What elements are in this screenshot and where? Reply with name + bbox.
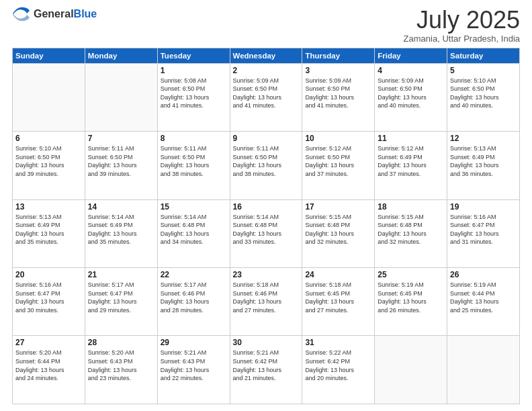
calendar-cell: 7Sunrise: 5:11 AMSunset: 6:50 PMDaylight… <box>85 132 157 199</box>
day-info: Sunrise: 5:09 AMSunset: 6:50 PMDaylight:… <box>305 77 371 110</box>
logo-icon <box>12 7 31 21</box>
logo-text: GeneralBlue <box>34 8 97 20</box>
calendar-cell <box>85 63 157 131</box>
calendar-cell: 9Sunrise: 5:11 AMSunset: 6:50 PMDaylight… <box>230 132 302 199</box>
day-info: Sunrise: 5:14 AMSunset: 6:48 PMDaylight:… <box>233 213 300 246</box>
subtitle: Zamania, Uttar Pradesh, India <box>404 34 520 44</box>
day-info: Sunrise: 5:15 AMSunset: 6:48 PMDaylight:… <box>305 213 371 246</box>
calendar-cell: 18Sunrise: 5:15 AMSunset: 6:48 PMDayligh… <box>375 199 447 267</box>
day-number: 15 <box>161 202 227 212</box>
day-number: 27 <box>15 338 82 347</box>
calendar-week-1: 6Sunrise: 5:10 AMSunset: 6:50 PMDaylight… <box>13 132 520 199</box>
day-info: Sunrise: 5:19 AMSunset: 6:44 PMDaylight:… <box>450 281 517 314</box>
day-info: Sunrise: 5:17 AMSunset: 6:47 PMDaylight:… <box>88 281 154 314</box>
calendar-cell: 1Sunrise: 5:08 AMSunset: 6:50 PMDaylight… <box>157 63 230 131</box>
calendar-cell <box>375 336 447 404</box>
day-number: 16 <box>233 202 300 212</box>
day-number: 9 <box>233 134 300 143</box>
calendar-cell: 24Sunrise: 5:18 AMSunset: 6:45 PMDayligh… <box>302 268 375 336</box>
day-number: 7 <box>88 134 154 143</box>
day-number: 28 <box>88 338 154 347</box>
calendar-cell: 8Sunrise: 5:11 AMSunset: 6:50 PMDaylight… <box>157 132 230 199</box>
day-number: 22 <box>161 270 227 279</box>
calendar-cell: 26Sunrise: 5:19 AMSunset: 6:44 PMDayligh… <box>447 268 520 336</box>
day-number: 12 <box>450 134 517 143</box>
day-number: 23 <box>233 270 300 279</box>
day-number: 4 <box>378 66 444 75</box>
calendar-cell: 10Sunrise: 5:12 AMSunset: 6:50 PMDayligh… <box>302 132 375 199</box>
day-info: Sunrise: 5:16 AMSunset: 6:47 PMDaylight:… <box>15 281 82 314</box>
calendar-cell: 27Sunrise: 5:20 AMSunset: 6:44 PMDayligh… <box>13 336 85 404</box>
calendar-cell: 11Sunrise: 5:12 AMSunset: 6:49 PMDayligh… <box>375 132 447 199</box>
day-info: Sunrise: 5:09 AMSunset: 6:50 PMDaylight:… <box>233 77 300 110</box>
day-info: Sunrise: 5:14 AMSunset: 6:49 PMDaylight:… <box>88 213 154 246</box>
calendar-cell: 3Sunrise: 5:09 AMSunset: 6:50 PMDaylight… <box>302 63 375 131</box>
day-info: Sunrise: 5:10 AMSunset: 6:50 PMDaylight:… <box>15 144 82 178</box>
day-info: Sunrise: 5:09 AMSunset: 6:50 PMDaylight:… <box>378 77 444 110</box>
calendar-cell: 2Sunrise: 5:09 AMSunset: 6:50 PMDaylight… <box>230 63 302 131</box>
day-info: Sunrise: 5:18 AMSunset: 6:46 PMDaylight:… <box>233 281 300 314</box>
col-friday: Friday <box>375 48 447 63</box>
col-saturday: Saturday <box>447 48 520 63</box>
day-info: Sunrise: 5:13 AMSunset: 6:49 PMDaylight:… <box>450 144 517 178</box>
day-number: 20 <box>15 270 82 279</box>
calendar-cell: 19Sunrise: 5:16 AMSunset: 6:47 PMDayligh… <box>447 199 520 267</box>
calendar-cell: 5Sunrise: 5:10 AMSunset: 6:50 PMDaylight… <box>447 63 520 131</box>
calendar-cell: 16Sunrise: 5:14 AMSunset: 6:48 PMDayligh… <box>230 199 302 267</box>
day-info: Sunrise: 5:15 AMSunset: 6:48 PMDaylight:… <box>378 213 444 246</box>
day-info: Sunrise: 5:10 AMSunset: 6:50 PMDaylight:… <box>450 77 517 110</box>
calendar-cell <box>447 336 520 404</box>
header-row: Sunday Monday Tuesday Wednesday Thursday… <box>13 48 520 63</box>
calendar-cell: 30Sunrise: 5:21 AMSunset: 6:42 PMDayligh… <box>230 336 302 404</box>
calendar-cell: 4Sunrise: 5:09 AMSunset: 6:50 PMDaylight… <box>375 63 447 131</box>
day-info: Sunrise: 5:21 AMSunset: 6:42 PMDaylight:… <box>233 349 300 382</box>
day-number: 19 <box>450 202 517 212</box>
month-title: July 2025 <box>404 7 520 34</box>
calendar-week-3: 20Sunrise: 5:16 AMSunset: 6:47 PMDayligh… <box>13 268 520 336</box>
day-info: Sunrise: 5:11 AMSunset: 6:50 PMDaylight:… <box>88 144 154 178</box>
calendar-cell: 13Sunrise: 5:13 AMSunset: 6:49 PMDayligh… <box>13 199 85 267</box>
calendar-week-4: 27Sunrise: 5:20 AMSunset: 6:44 PMDayligh… <box>13 336 520 404</box>
day-info: Sunrise: 5:13 AMSunset: 6:49 PMDaylight:… <box>15 213 82 246</box>
day-info: Sunrise: 5:20 AMSunset: 6:44 PMDaylight:… <box>15 349 82 382</box>
calendar-cell: 23Sunrise: 5:18 AMSunset: 6:46 PMDayligh… <box>230 268 302 336</box>
day-info: Sunrise: 5:18 AMSunset: 6:45 PMDaylight:… <box>305 281 371 314</box>
day-number: 6 <box>15 134 82 143</box>
calendar-cell: 12Sunrise: 5:13 AMSunset: 6:49 PMDayligh… <box>447 132 520 199</box>
calendar-cell: 22Sunrise: 5:17 AMSunset: 6:46 PMDayligh… <box>157 268 230 336</box>
day-number: 18 <box>378 202 444 212</box>
calendar-cell: 21Sunrise: 5:17 AMSunset: 6:47 PMDayligh… <box>85 268 157 336</box>
logo: GeneralBlue <box>12 7 97 21</box>
calendar-cell <box>13 63 85 131</box>
day-info: Sunrise: 5:22 AMSunset: 6:42 PMDaylight:… <box>305 349 371 382</box>
header: GeneralBlue July 2025 Zamania, Uttar Pra… <box>12 7 520 44</box>
page: GeneralBlue July 2025 Zamania, Uttar Pra… <box>0 0 532 411</box>
col-thursday: Thursday <box>302 48 375 63</box>
day-number: 26 <box>450 270 517 279</box>
day-number: 29 <box>161 338 227 347</box>
calendar-cell: 6Sunrise: 5:10 AMSunset: 6:50 PMDaylight… <box>13 132 85 199</box>
day-number: 8 <box>161 134 227 143</box>
logo-general: General <box>34 8 74 19</box>
day-number: 10 <box>305 134 371 143</box>
calendar-cell: 28Sunrise: 5:20 AMSunset: 6:43 PMDayligh… <box>85 336 157 404</box>
day-number: 13 <box>15 202 82 212</box>
calendar-week-2: 13Sunrise: 5:13 AMSunset: 6:49 PMDayligh… <box>13 199 520 267</box>
calendar-cell: 31Sunrise: 5:22 AMSunset: 6:42 PMDayligh… <box>302 336 375 404</box>
day-number: 1 <box>161 66 227 75</box>
day-info: Sunrise: 5:17 AMSunset: 6:46 PMDaylight:… <box>161 281 227 314</box>
calendar-cell: 15Sunrise: 5:14 AMSunset: 6:48 PMDayligh… <box>157 199 230 267</box>
day-number: 31 <box>305 338 371 347</box>
day-number: 25 <box>378 270 444 279</box>
calendar-header: Sunday Monday Tuesday Wednesday Thursday… <box>13 48 520 63</box>
logo-blue: Blue <box>74 8 97 19</box>
calendar-body: 1Sunrise: 5:08 AMSunset: 6:50 PMDaylight… <box>13 63 520 404</box>
day-number: 11 <box>378 134 444 143</box>
day-number: 2 <box>233 66 300 75</box>
day-number: 30 <box>233 338 300 347</box>
calendar-cell: 14Sunrise: 5:14 AMSunset: 6:49 PMDayligh… <box>85 199 157 267</box>
calendar-cell: 20Sunrise: 5:16 AMSunset: 6:47 PMDayligh… <box>13 268 85 336</box>
day-info: Sunrise: 5:12 AMSunset: 6:50 PMDaylight:… <box>305 144 371 178</box>
col-tuesday: Tuesday <box>157 48 230 63</box>
day-info: Sunrise: 5:14 AMSunset: 6:48 PMDaylight:… <box>161 213 227 246</box>
